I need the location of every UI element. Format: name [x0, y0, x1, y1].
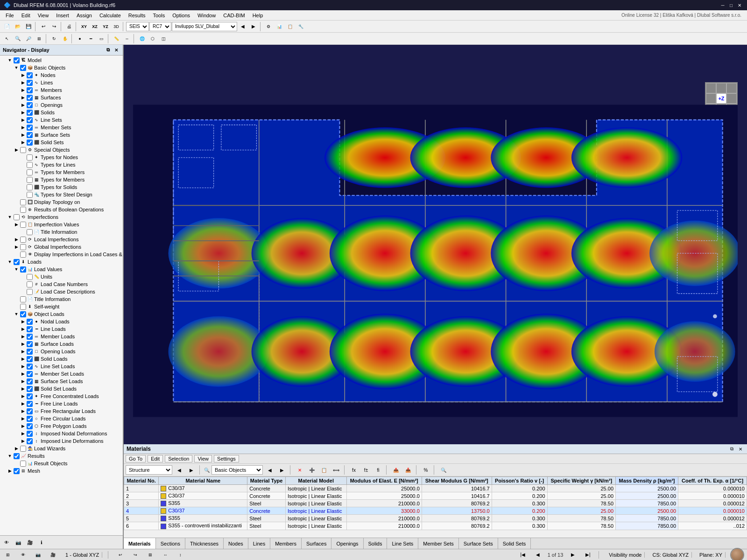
mat-arrows-button[interactable]: ⟺ [331, 465, 341, 475]
table-row[interactable]: 1 C30/37 Concrete Isotropic | Linear Ela… [124, 485, 747, 492]
status-nav-5[interactable]: ↕ [175, 550, 185, 560]
object-loads-checkbox[interactable] [20, 311, 26, 317]
mat-settings-button[interactable]: Settings [214, 455, 239, 462]
render-button[interactable]: 🌐 [137, 34, 147, 44]
menu-edit[interactable]: Edit [18, 12, 34, 19]
til-checkbox[interactable] [20, 296, 26, 302]
tb-btn-a3[interactable]: 📋 [285, 21, 295, 32]
frl-toggle[interactable]: ▶ [20, 408, 26, 414]
line-set-loads-toggle[interactable]: ▶ [20, 363, 26, 370]
lcd-checkbox[interactable] [27, 289, 33, 295]
measure-button[interactable]: 📏 [111, 34, 121, 44]
menu-view[interactable]: View [34, 12, 53, 19]
tree-title-info-loads[interactable]: 📄 Title Information [0, 295, 123, 303]
table-row[interactable]: 6 S355 - controventi instabilizzanti Ste… [124, 522, 747, 530]
display-imp-checkbox[interactable] [20, 252, 26, 258]
surface-sets-checkbox[interactable] [27, 132, 33, 138]
mat-bobj-prev[interactable]: ◀ [265, 465, 275, 475]
3d-view[interactable]: +Z [124, 45, 747, 444]
nav-eye-button[interactable]: 👁 [1, 537, 12, 547]
imperfection-values-checkbox[interactable] [20, 222, 26, 228]
tree-solid-sets[interactable]: ▶ ⬛ Solid Sets [0, 139, 123, 146]
tree-display-topology[interactable]: 🔲 Display Topology on [0, 198, 123, 206]
tb-btn-a2[interactable]: 📊 [274, 21, 284, 32]
menu-assign[interactable]: Assign [73, 12, 96, 19]
tree-special-objects[interactable]: ▶ ⚙ Special Objects [0, 146, 123, 154]
tree-boolean-results[interactable]: ⊕ Results of Boolean Operations [0, 206, 123, 213]
minimize-button[interactable]: ─ [719, 1, 726, 9]
types-steel-checkbox[interactable] [27, 192, 33, 198]
surface-sets-toggle[interactable]: ▶ [20, 132, 26, 138]
opening-loads-toggle[interactable]: ▶ [20, 348, 26, 355]
mat-copy-button[interactable]: 📋 [319, 465, 329, 475]
line-sets-toggle[interactable]: ▶ [20, 117, 26, 123]
tree-nodes[interactable]: ▶ ✦ Nodes [0, 71, 123, 79]
mat-delete-button[interactable]: ✕ [295, 465, 305, 475]
tb-btn-a4[interactable]: 🔧 [296, 21, 306, 32]
mat-prev-button[interactable]: ◀ [174, 465, 184, 475]
loads-checkbox[interactable] [14, 259, 20, 265]
solid-loads-checkbox[interactable] [27, 356, 33, 362]
tab-lines[interactable]: Lines [248, 538, 270, 549]
object-loads-toggle[interactable]: ▼ [13, 311, 20, 317]
tree-display-imperfections[interactable]: 👁 Display Imperfections in Load Cases & … [0, 251, 123, 258]
tree-imperfection-values[interactable]: ▶ 📋 Imperfection Values [0, 221, 123, 228]
page-prev-button[interactable]: ◀ [533, 550, 543, 560]
select-button[interactable]: ↖ [2, 34, 12, 44]
openings-checkbox[interactable] [27, 102, 33, 108]
member-loads-toggle[interactable]: ▶ [20, 333, 26, 340]
page-last-button[interactable]: ▶| [583, 550, 593, 560]
members-checkbox[interactable] [27, 87, 33, 93]
basic-objects-checkbox[interactable] [20, 65, 26, 71]
mat-calc-button[interactable]: fx [349, 465, 359, 475]
tab-materials[interactable]: Materials [124, 538, 156, 549]
line-loads-toggle[interactable]: ▶ [20, 326, 26, 332]
tree-local-imperfections[interactable]: ▶ ⟳ Local Imperfections [0, 236, 123, 243]
surface-set-loads-toggle[interactable]: ▶ [20, 378, 26, 385]
tree-types-solids[interactable]: ⬛ Types for Solids [0, 183, 123, 191]
combo-dropdown[interactable]: Inviluppo SLV_Dlubal [172, 22, 237, 31]
zoom-all-button[interactable]: ⊞ [34, 34, 44, 44]
loads-toggle[interactable]: ▼ [7, 259, 13, 265]
tree-basic-objects[interactable]: ▼ 📦 Basic Objects [0, 64, 123, 71]
mat-fx2-button[interactable]: f± [361, 465, 371, 475]
tree-results[interactable]: ▼ 📈 Results [0, 452, 123, 460]
tree-units[interactable]: 📏 Units [0, 273, 123, 280]
lines-checkbox[interactable] [27, 80, 33, 86]
tree-surfaces[interactable]: ▶ ▦ Surfaces [0, 94, 123, 101]
menu-window[interactable]: Window [194, 12, 219, 19]
open-button[interactable]: 📂 [13, 21, 23, 32]
status-nav-2[interactable]: ↪ [130, 550, 141, 560]
mat-import-button[interactable]: 📥 [403, 465, 413, 475]
prev-button[interactable]: ◀ [238, 21, 248, 32]
node-button[interactable]: ● [75, 34, 85, 44]
nav-camera-button[interactable]: 📷 [13, 537, 23, 547]
surface-set-loads-checkbox[interactable] [27, 378, 33, 385]
maximize-button[interactable]: □ [727, 1, 735, 9]
tree-nodal-loads[interactable]: ▶ ● Nodal Loads [0, 318, 123, 325]
tree-free-rectangular-loads[interactable]: ▶ ▭ Free Rectangular Loads [0, 407, 123, 415]
menu-insert[interactable]: Insert [52, 12, 73, 19]
solids-checkbox[interactable] [27, 110, 33, 116]
menu-calculate[interactable]: Calculate [96, 12, 125, 19]
tree-surface-set-loads[interactable]: ▶ ▦ Surface Set Loads [0, 378, 123, 385]
special-objects-toggle[interactable]: ▶ [13, 147, 20, 153]
nodal-loads-checkbox[interactable] [27, 319, 33, 325]
tree-free-line-loads[interactable]: ▶ ━ Free Line Loads [0, 400, 123, 407]
status-nav-1[interactable]: ↩ [115, 550, 126, 560]
status-icon-4[interactable]: 🎥 [48, 550, 58, 560]
page-next-button[interactable]: ▶ [568, 550, 578, 560]
nodal-loads-toggle[interactable]: ▶ [20, 318, 26, 325]
mat-fx3-button[interactable]: fi [373, 465, 383, 475]
nav-detach-button[interactable]: ⧉ [104, 46, 112, 54]
member-loads-checkbox[interactable] [27, 334, 33, 340]
frl-checkbox[interactable] [27, 408, 33, 414]
basic-objects-toggle[interactable]: ▼ [13, 64, 20, 71]
imperfections-toggle[interactable]: ▼ [7, 214, 13, 220]
ild-checkbox[interactable] [27, 438, 33, 444]
solid-sets-checkbox[interactable] [27, 140, 33, 146]
menu-cad-bim[interactable]: CAD-BIM [219, 12, 248, 19]
fcircl-toggle[interactable]: ▶ [20, 415, 26, 422]
types-nodes-checkbox[interactable] [27, 154, 33, 161]
mat-percent-button[interactable]: % [421, 465, 431, 475]
